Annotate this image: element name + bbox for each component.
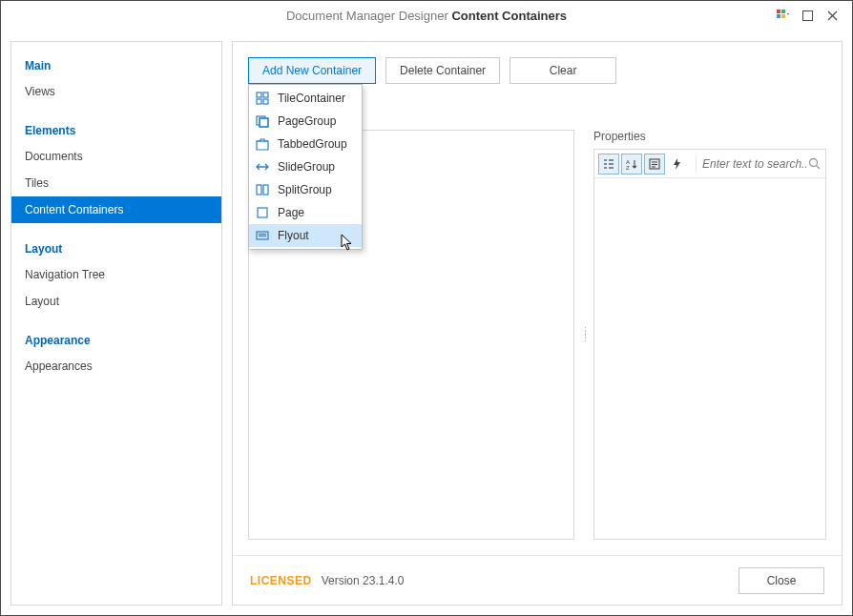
page-icon [255, 205, 270, 220]
sidebar-item-documents[interactable]: Documents [11, 143, 221, 170]
alphabetical-icon[interactable]: A Z [621, 154, 642, 175]
close-button[interactable]: Close [739, 567, 824, 594]
menu-item-slidegroup[interactable]: SlideGroup [249, 155, 362, 178]
svg-rect-5 [257, 92, 261, 97]
menu-item-tilecontainer[interactable]: TileContainer [249, 87, 362, 110]
toolbar: Add New Container Delete Container Clear [248, 57, 826, 84]
svg-rect-15 [258, 208, 267, 217]
properties-label: Properties [593, 130, 826, 143]
svg-point-31 [809, 159, 817, 167]
add-new-container-button[interactable]: Add New Container [248, 57, 376, 84]
svg-rect-13 [257, 185, 261, 195]
sidebar-header-appearance: Appearance [11, 326, 221, 353]
sidebar-item-content-containers[interactable]: Content Containers [11, 196, 221, 223]
sidebar-item-navigation-tree[interactable]: Navigation Tree [11, 261, 221, 288]
sidebar-item-tiles[interactable]: Tiles [11, 170, 221, 196]
properties-grid: A Z [593, 149, 826, 540]
menu-item-splitgroup[interactable]: SplitGroup [249, 178, 362, 201]
window-controls [776, 9, 839, 22]
svg-rect-2 [777, 14, 780, 18]
titlebar: Document Manager Designer Content Contai… [1, 1, 852, 31]
body: Main Views Elements Documents Tiles Cont… [1, 31, 852, 615]
footer: LICENSED Version 23.1.4.0 Close [233, 555, 842, 605]
tilecontainer-icon [255, 91, 270, 106]
menu-item-tabbedgroup[interactable]: TabbedGroup [249, 133, 362, 155]
version-label: Version 23.1.4.0 [322, 574, 405, 587]
sidebar-header-main: Main [11, 51, 221, 78]
delete-container-button[interactable]: Delete Container [385, 57, 500, 84]
svg-rect-1 [781, 10, 785, 13]
property-search[interactable] [696, 155, 822, 173]
close-icon[interactable] [825, 9, 839, 22]
svg-rect-3 [781, 14, 785, 18]
properties-toolbar: A Z [594, 150, 825, 178]
slidegroup-icon [255, 159, 270, 175]
container-type-menu: TileContainer PageGroup [248, 84, 363, 250]
svg-line-32 [816, 166, 820, 170]
menu-label: TabbedGroup [278, 137, 347, 151]
sidebar-header-layout: Layout [11, 235, 221, 261]
window: Document Manager Designer Content Contai… [0, 0, 853, 616]
property-search-input[interactable] [702, 157, 806, 171]
svg-rect-4 [802, 10, 812, 20]
sidebar-item-appearances[interactable]: Appearances [11, 353, 221, 380]
sidebar: Main Views Elements Documents Tiles Cont… [10, 41, 222, 606]
categorized-icon[interactable] [598, 154, 619, 175]
svg-rect-6 [263, 92, 268, 97]
svg-rect-8 [263, 99, 268, 104]
svg-rect-0 [777, 10, 780, 13]
main-panel: Add New Container Delete Container Clear… [232, 41, 843, 606]
sidebar-item-views[interactable]: Views [11, 78, 221, 105]
menu-item-page[interactable]: Page [249, 201, 362, 224]
menu-label: Flyout [278, 229, 309, 242]
sidebar-item-layout[interactable]: Layout [11, 288, 221, 315]
properties-grid-body[interactable] [594, 178, 825, 539]
tabbedgroup-icon [255, 136, 270, 152]
title-main: Content Containers [451, 9, 567, 23]
menu-label: PageGroup [278, 114, 336, 128]
sidebar-header-elements: Elements [11, 116, 221, 143]
maximize-icon[interactable] [801, 9, 814, 22]
search-icon[interactable] [806, 155, 822, 173]
flyout-icon [255, 228, 270, 243]
properties-panel: Properties [593, 130, 826, 540]
menu-label: TileContainer [278, 92, 345, 105]
menu-label: SplitGroup [278, 183, 332, 196]
window-title: Document Manager Designer Content Contai… [10, 9, 843, 23]
clear-button[interactable]: Clear [510, 57, 616, 84]
mouse-cursor-icon [341, 234, 354, 251]
splitgroup-icon [255, 182, 270, 197]
events-icon[interactable] [667, 154, 688, 175]
property-pages-icon[interactable] [644, 154, 665, 175]
layout-options-icon[interactable] [776, 9, 789, 22]
menu-label: SlideGroup [278, 160, 335, 174]
pagegroup-icon [255, 113, 270, 129]
splitter[interactable]: ⋮⋮⋮ [581, 330, 590, 340]
svg-text:Z: Z [626, 165, 630, 171]
menu-item-pagegroup[interactable]: PageGroup [249, 110, 362, 133]
menu-label: Page [278, 206, 304, 219]
svg-rect-7 [257, 99, 261, 104]
licensed-badge: LICENSED [250, 574, 312, 587]
svg-rect-10 [260, 118, 268, 127]
svg-rect-14 [263, 185, 268, 195]
title-prefix: Document Manager Designer [286, 9, 448, 23]
